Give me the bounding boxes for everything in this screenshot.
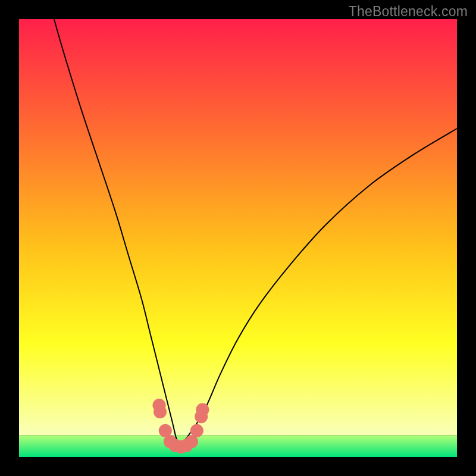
chart-frame: TheBottleneck.com	[0, 0, 476, 476]
marker-dot	[190, 424, 203, 437]
gradient-bg	[19, 19, 457, 435]
watermark-text: TheBottleneck.com	[349, 4, 468, 20]
good-band	[19, 435, 457, 457]
marker-dot	[196, 403, 209, 416]
chart-svg	[0, 0, 476, 476]
marker-dot	[154, 405, 167, 418]
